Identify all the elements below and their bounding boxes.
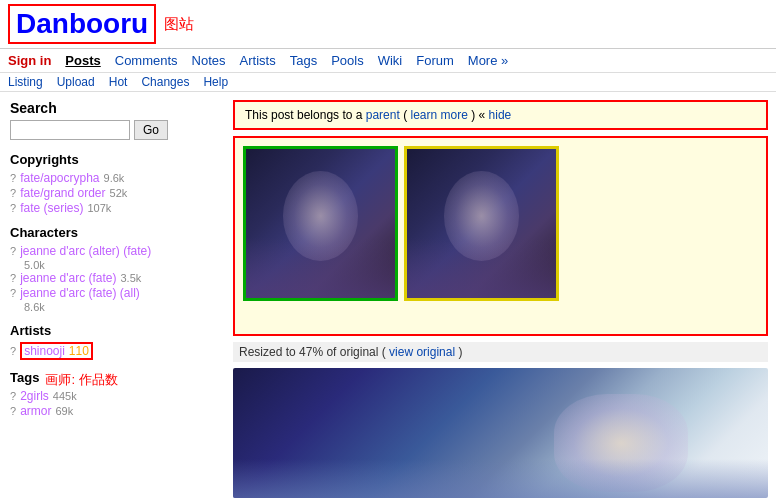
notice-learn-link[interactable]: learn more [410,108,467,122]
notice-text: This post belongs to a [245,108,366,122]
list-item: ? jeanne d'arc (fate) 3.5k [10,271,215,285]
tags-chinese: 画师: 作品数 [45,371,117,389]
list-item: ? armor 69k [10,404,215,418]
nav-pools[interactable]: Pools [331,53,364,68]
notice-paren-open: ( [403,108,407,122]
tag-jeanne-all[interactable]: jeanne d'arc (fate) (all) [20,286,140,300]
notice-parent-link[interactable]: parent [366,108,400,122]
question-icon[interactable]: ? [10,187,16,199]
tags-section: Tags 画师: 作品数 ? 2girls 445k ? armor 69k [10,370,215,418]
notice-hide-link[interactable]: hide [489,108,512,122]
nav-wiki[interactable]: Wiki [378,53,403,68]
nav-notes[interactable]: Notes [192,53,226,68]
main-layout: Search Go Copyrights ? fate/apocrypha 9.… [0,92,776,502]
nav-changes[interactable]: Changes [141,75,189,89]
question-icon[interactable]: ? [10,345,16,357]
nav-forum[interactable]: Forum [416,53,454,68]
list-item: ? shinooji 110 [10,342,215,360]
characters-section: Characters ? jeanne d'arc (alter) (fate)… [10,225,215,313]
thumbnail-2-image [407,149,556,298]
tags-title: Tags [10,370,39,385]
char-count-1: 5.0k [24,259,215,271]
thumbnail-placeholder [565,146,720,301]
copyrights-title: Copyrights [10,152,215,167]
tag-fate-series[interactable]: fate (series) [20,201,83,215]
tag-jeanne-alter[interactable]: jeanne d'arc (alter) (fate) [20,244,151,258]
list-item: ? jeanne d'arc (fate) (all) [10,286,215,300]
content-area: This post belongs to a parent ( learn mo… [225,92,776,502]
post-notice: This post belongs to a parent ( learn mo… [233,100,768,130]
list-item: ? jeanne d'arc (alter) (fate) [10,244,215,258]
nav-more[interactable]: More » [468,53,508,68]
tag-count: 107k [87,202,111,214]
nav-hot[interactable]: Hot [109,75,128,89]
notice-separator: « [479,108,486,122]
view-original-link[interactable]: view original [389,345,455,359]
list-item: ? fate/apocrypha 9.6k [10,171,215,185]
tag-count: 52k [110,187,128,199]
tag-2girls[interactable]: 2girls [20,389,49,403]
thumbnail-2[interactable] [404,146,559,301]
question-icon[interactable]: ? [10,287,16,299]
search-title: Search [10,100,215,116]
nav-comments[interactable]: Comments [115,53,178,68]
tag-count: 3.5k [120,272,141,284]
sidebar: Search Go Copyrights ? fate/apocrypha 9.… [0,92,225,502]
tag-count: 69k [55,405,73,417]
site-logo[interactable]: Danbooru [8,4,156,44]
copyrights-section: Copyrights ? fate/apocrypha 9.6k ? fate/… [10,152,215,215]
artists-title: Artists [10,323,215,338]
char-count-3: 8.6k [24,301,215,313]
resize-text: Resized to 47% of original ( [239,345,386,359]
nav-help[interactable]: Help [203,75,228,89]
artist-count: 110 [69,344,89,358]
nav-signin[interactable]: Sign in [8,53,51,68]
question-icon[interactable]: ? [10,172,16,184]
tag-jeanne[interactable]: jeanne d'arc (fate) [20,271,116,285]
tags-header: Tags 画师: 作品数 [10,370,215,389]
question-icon[interactable]: ? [10,202,16,214]
question-icon[interactable]: ? [10,405,16,417]
question-icon[interactable]: ? [10,390,16,402]
artist-highlight: shinooji 110 [20,342,93,360]
list-item: ? 2girls 445k [10,389,215,403]
tag-count: 445k [53,390,77,402]
primary-nav: Sign in Posts Comments Notes Artists Tag… [0,49,776,73]
tag-fate-grand-order[interactable]: fate/grand order [20,186,105,200]
list-item: ? fate/grand order 52k [10,186,215,200]
nav-listing[interactable]: Listing [8,75,43,89]
thumbnail-1[interactable] [243,146,398,301]
thumbnails-container [233,136,768,336]
list-item: ? fate (series) 107k [10,201,215,215]
notice-paren-close: ) [471,108,478,122]
thumbnail-1-image [246,149,395,298]
resize-end: ) [458,345,462,359]
artists-section: Artists ? shinooji 110 [10,323,215,360]
search-section: Search Go [10,100,215,140]
site-tagline: 图站 [164,15,194,34]
tag-shinooji[interactable]: shinooji [24,344,65,358]
characters-title: Characters [10,225,215,240]
nav-posts[interactable]: Posts [65,53,100,68]
resize-notice: Resized to 47% of original ( view origin… [233,342,768,362]
nav-tags[interactable]: Tags [290,53,317,68]
tag-fate-apocrypha[interactable]: fate/apocrypha [20,171,99,185]
header: Danbooru 图站 [0,0,776,49]
tag-count: 9.6k [104,172,125,184]
nav-upload[interactable]: Upload [57,75,95,89]
main-post-image[interactable] [233,368,768,498]
search-button[interactable]: Go [134,120,168,140]
search-input[interactable] [10,120,130,140]
search-row: Go [10,120,215,140]
question-icon[interactable]: ? [10,272,16,284]
secondary-nav: Listing Upload Hot Changes Help [0,73,776,92]
nav-artists[interactable]: Artists [240,53,276,68]
tag-armor[interactable]: armor [20,404,51,418]
question-icon[interactable]: ? [10,245,16,257]
